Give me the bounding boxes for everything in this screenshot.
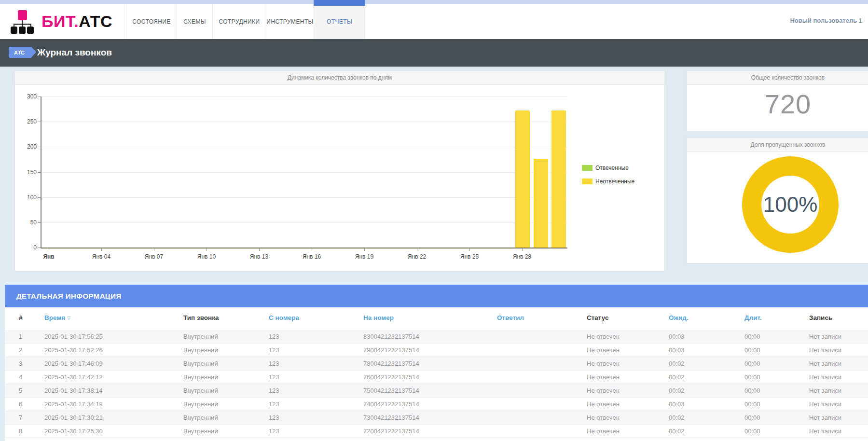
cell: 00:02 bbox=[669, 427, 685, 435]
cell: 00:03 bbox=[669, 400, 685, 408]
chart-title: Динамика количества звонков по дням bbox=[15, 71, 664, 85]
cell: 7400421232137514 bbox=[363, 400, 419, 408]
table-row[interactable]: 52025-01-30 17:38:14Внутренний1237500421… bbox=[5, 384, 868, 398]
cell: 00:00 bbox=[744, 346, 760, 354]
total-calls-panel: Общее количество звонков 720 bbox=[687, 70, 868, 131]
bar-unanswered-day30 bbox=[534, 159, 548, 248]
column-header-сномера[interactable]: С номера bbox=[269, 314, 299, 321]
cell: Не отвечен bbox=[587, 427, 620, 435]
cell: 7600421232137514 bbox=[363, 373, 419, 381]
y-axis-tick-label: 300 bbox=[17, 93, 37, 100]
cell: Внутренний bbox=[183, 387, 218, 394]
column-header-время[interactable]: Время▽ bbox=[44, 314, 70, 321]
total-calls-value: 720 bbox=[687, 88, 868, 120]
table-row[interactable]: 42025-01-30 17:42:12Внутренний1237600421… bbox=[5, 371, 868, 384]
app-logo[interactable]: БИТ.АТС bbox=[11, 8, 126, 35]
legend-item: Неотвеченные bbox=[582, 178, 634, 185]
cell: 123 bbox=[269, 427, 279, 435]
cell: 2025-01-30 17:25:30 bbox=[44, 427, 103, 435]
top-strip bbox=[0, 0, 868, 4]
column-header-ожид[interactable]: Ожид. bbox=[669, 314, 689, 321]
cell: 8 bbox=[19, 427, 22, 435]
cell: 2025-01-30 17:56:25 bbox=[44, 333, 103, 340]
nav-tab-инструменты[interactable]: ИНСТРУМЕНТЫ bbox=[266, 4, 314, 39]
column-header-длит[interactable]: Длит. bbox=[744, 314, 762, 321]
cell: Нет записи bbox=[809, 427, 841, 435]
table-row[interactable]: 22025-01-30 17:52:26Внутренний1237900421… bbox=[5, 344, 868, 357]
legend-item: Отвеченные bbox=[582, 165, 629, 171]
cell: Нет записи bbox=[809, 360, 841, 367]
cell: 2025-01-30 17:52:26 bbox=[44, 346, 103, 354]
missed-share-value: 100% bbox=[763, 193, 818, 217]
cell: Нет записи bbox=[809, 346, 841, 354]
table-row[interactable]: 72025-01-30 17:30:21Внутренний1237300421… bbox=[5, 411, 868, 425]
cell: Не отвечен bbox=[587, 387, 620, 394]
missed-share-donut: 100% bbox=[742, 156, 839, 253]
column-header-запись: Запись bbox=[809, 314, 832, 321]
cell: Нет записи bbox=[809, 333, 841, 340]
column-header-ответил[interactable]: Ответил bbox=[497, 314, 524, 321]
cell: Внутренний bbox=[183, 346, 218, 354]
cell: Внутренний bbox=[183, 373, 218, 381]
org-chart-icon bbox=[11, 10, 35, 32]
y-axis-tick-label: 100 bbox=[17, 194, 37, 201]
cell: 00:03 bbox=[669, 333, 685, 340]
cell: 00:02 bbox=[669, 373, 685, 381]
ats-badge: АТС bbox=[9, 47, 31, 58]
table-row[interactable]: 12025-01-30 17:56:25Внутренний1238300421… bbox=[5, 330, 868, 344]
cell: Не отвечен bbox=[587, 360, 620, 367]
cell: Нет записи bbox=[809, 414, 841, 421]
cell: Не отвечен bbox=[587, 346, 620, 354]
x-axis-tick-label: Янв 07 bbox=[139, 253, 168, 260]
brand-name: БИТ.АТС bbox=[41, 12, 112, 31]
gridline bbox=[41, 96, 567, 97]
column-header-наномер[interactable]: На номер bbox=[363, 314, 394, 321]
table-row[interactable]: 32025-01-30 17:46:09Внутренний1237800421… bbox=[5, 357, 868, 371]
page-header-band: АТС Журнал звонков bbox=[0, 39, 868, 67]
legend-swatch bbox=[582, 179, 592, 184]
cell: 00:00 bbox=[744, 414, 760, 421]
cell: 00:00 bbox=[744, 373, 760, 381]
cell: 123 bbox=[269, 346, 279, 354]
x-axis-tick-label: Янв 19 bbox=[350, 253, 379, 260]
cell: Внутренний bbox=[183, 400, 218, 408]
cell: 4 bbox=[19, 373, 22, 381]
x-axis-tick-label: Янв 28 bbox=[508, 253, 537, 260]
cell: 00:00 bbox=[744, 427, 760, 435]
cell: 00:03 bbox=[669, 346, 685, 354]
cell: Нет записи bbox=[809, 373, 841, 381]
cell: Не отвечен bbox=[587, 400, 620, 408]
table-row[interactable]: 82025-01-30 17:25:30Внутренний1237200421… bbox=[5, 425, 868, 438]
donut-hole: 100% bbox=[761, 176, 819, 234]
cell: 2025-01-30 17:38:14 bbox=[44, 387, 103, 394]
y-axis-tick-label: 200 bbox=[17, 143, 37, 150]
cell: 00:02 bbox=[669, 387, 685, 394]
cell: Не отвечен bbox=[587, 333, 620, 340]
cell: 7500421232137514 bbox=[363, 387, 419, 394]
nav-tab-состояние[interactable]: СОСТОЯНИЕ bbox=[126, 4, 177, 39]
nav-tab-отчеты[interactable]: ОТЧЕТЫ bbox=[314, 4, 365, 39]
current-user[interactable]: Новый пользователь 1 bbox=[790, 17, 862, 24]
gridline bbox=[41, 122, 567, 122]
cell: 2025-01-30 17:34:19 bbox=[44, 400, 103, 408]
cell: 7200421232137514 bbox=[363, 427, 419, 435]
cell: Внутренний bbox=[183, 333, 218, 340]
table-row[interactable]: 62025-01-30 17:34:19Внутренний1237400421… bbox=[5, 398, 868, 411]
nav-tab-сотрудники[interactable]: СОТРУДНИКИ bbox=[212, 4, 266, 39]
cell: 8300421232137514 bbox=[363, 333, 419, 340]
cell: 7300421232137514 bbox=[363, 414, 419, 421]
gridline bbox=[41, 197, 567, 198]
table-header-row: #Время▽Тип звонкаС номераНа номерОтветил… bbox=[5, 307, 868, 331]
column-header-типзвонка: Тип звонка bbox=[183, 314, 219, 321]
cell: 1 bbox=[19, 333, 22, 340]
x-axis-tick-label: Янв 22 bbox=[402, 253, 431, 260]
cell: 123 bbox=[269, 400, 279, 408]
cell: 5 bbox=[19, 387, 22, 394]
bar-unanswered-day31 bbox=[551, 110, 566, 248]
cell: 00:00 bbox=[744, 333, 760, 340]
nav-tab-схемы[interactable]: СХЕМЫ bbox=[177, 4, 212, 39]
cell: 00:00 bbox=[744, 400, 760, 408]
cell: 7 bbox=[19, 414, 22, 421]
cell: 123 bbox=[269, 333, 279, 340]
cell: 123 bbox=[269, 414, 279, 421]
